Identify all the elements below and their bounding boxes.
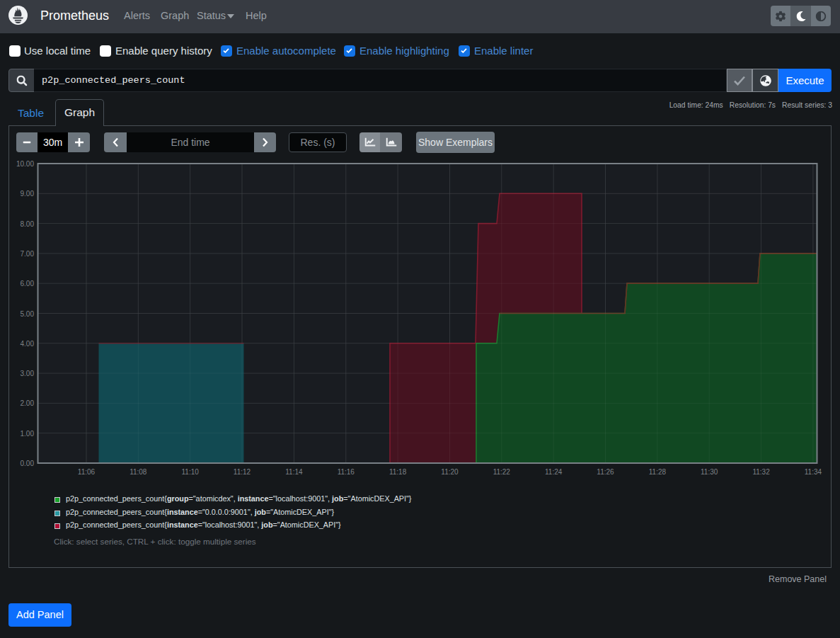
svg-text:5.00: 5.00 (21, 310, 35, 318)
svg-text:0.00: 0.00 (21, 460, 35, 467)
svg-text:11:30: 11:30 (701, 468, 718, 476)
svg-text:11:06: 11:06 (78, 468, 96, 476)
svg-text:11:34: 11:34 (805, 468, 822, 476)
svg-text:11:20: 11:20 (441, 468, 459, 476)
svg-text:11:16: 11:16 (338, 468, 355, 476)
svg-text:11:10: 11:10 (182, 468, 200, 476)
svg-text:11:32: 11:32 (752, 468, 770, 476)
svg-text:9.00: 9.00 (21, 190, 35, 198)
svg-text:11:26: 11:26 (597, 468, 614, 476)
svg-text:4.00: 4.00 (21, 340, 35, 348)
svg-text:11:24: 11:24 (545, 468, 563, 476)
svg-text:6.00: 6.00 (21, 280, 35, 287)
svg-text:11:12: 11:12 (234, 468, 251, 476)
svg-text:1.00: 1.00 (21, 430, 35, 438)
svg-text:11:14: 11:14 (285, 468, 303, 476)
svg-text:11:22: 11:22 (493, 468, 511, 476)
svg-text:11:18: 11:18 (389, 468, 407, 476)
svg-text:11:08: 11:08 (130, 468, 147, 476)
svg-text:3.00: 3.00 (21, 370, 35, 377)
svg-text:10.00: 10.00 (16, 160, 34, 168)
svg-text:7.00: 7.00 (21, 250, 35, 258)
svg-text:8.00: 8.00 (21, 220, 35, 228)
svg-text:11:28: 11:28 (649, 468, 667, 476)
svg-text:2.00: 2.00 (21, 399, 35, 407)
